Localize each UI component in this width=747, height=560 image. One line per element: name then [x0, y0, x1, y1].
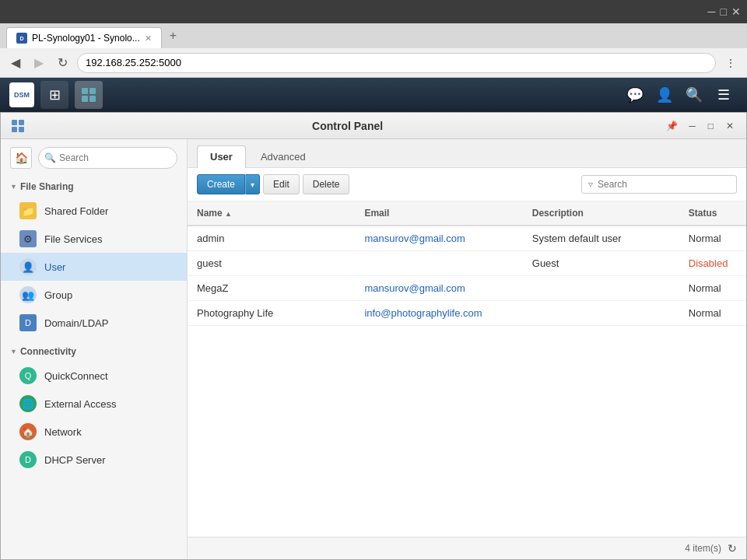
sidebar: 🏠 🔍 ▼ File Sharing: [1, 139, 188, 559]
col-description: Description: [523, 201, 679, 226]
section-label-connectivity: Connectivity: [20, 346, 76, 357]
dsm-taskbar-right: 💬 👤 🔍 ☰: [621, 81, 738, 109]
cell-status: Normal: [679, 301, 746, 326]
browser-close-btn[interactable]: ✕: [731, 5, 741, 18]
refresh-table-btn[interactable]: ↻: [728, 542, 737, 555]
dsm-control-panel-btn[interactable]: [75, 81, 103, 109]
toolbar-search: ▿: [581, 175, 737, 194]
sidebar-item-user[interactable]: 👤 User: [1, 253, 187, 281]
cell-email: mansurov@gmail.com: [355, 226, 522, 251]
svg-rect-7: [19, 127, 24, 132]
tab-favicon: D: [16, 33, 27, 44]
sidebar-search-icon: 🔍: [44, 152, 56, 163]
table-header-row: Name ▲ Email Description: [188, 201, 746, 226]
users-table: Name ▲ Email Description: [188, 201, 746, 326]
tab-advanced[interactable]: Advanced: [247, 145, 319, 167]
table-body: admin mansurov@gmail.com System default …: [188, 226, 746, 326]
window-pin-btn[interactable]: 📌: [663, 119, 681, 133]
network-label: Network: [44, 426, 82, 438]
edit-btn[interactable]: Edit: [263, 174, 300, 194]
window-title: Control Panel: [32, 120, 663, 132]
shared-folder-icon: 📁: [19, 202, 37, 219]
external-access-icon: 🌐: [19, 395, 37, 412]
window-body: 🏠 🔍 ▼ File Sharing: [1, 139, 746, 559]
dsm-app: DSM ⊞ 💬 👤 🔍 ☰: [0, 78, 747, 560]
new-tab-btn[interactable]: +: [163, 26, 183, 46]
dsm-taskbar: DSM ⊞ 💬 👤 🔍 ☰: [0, 78, 747, 112]
group-label: Group: [44, 289, 72, 301]
cell-name: admin: [188, 226, 355, 251]
domain-icon: D: [19, 314, 37, 331]
svg-rect-1: [89, 88, 96, 94]
browser-menu-btn[interactable]: ⋮: [721, 55, 741, 71]
domain-label: Domain/LDAP: [44, 317, 108, 329]
quickconnect-icon: Q: [19, 367, 37, 384]
back-btn[interactable]: ◀: [6, 54, 25, 72]
tab-user[interactable]: User: [197, 145, 246, 168]
sidebar-header: 🏠 🔍: [1, 139, 187, 177]
table-row[interactable]: admin mansurov@gmail.com System default …: [188, 226, 746, 251]
cell-name: Photography Life: [188, 301, 355, 326]
sidebar-search-input[interactable]: [38, 147, 177, 169]
sidebar-item-external-access[interactable]: 🌐 External Access: [1, 390, 187, 418]
sidebar-home-btn[interactable]: 🏠: [10, 147, 32, 169]
svg-rect-0: [82, 88, 88, 94]
sidebar-item-file-services[interactable]: ⚙ File Services: [1, 225, 187, 253]
user-icon: 👤: [19, 258, 37, 275]
sidebar-section-header-connectivity[interactable]: ▼ Connectivity: [1, 341, 187, 362]
user-label: User: [44, 261, 65, 273]
dsm-search-btn[interactable]: 🔍: [680, 81, 708, 109]
browser-minimize-btn[interactable]: ─: [708, 5, 716, 18]
toolbar-search-input[interactable]: [598, 179, 730, 190]
dsm-menu-btn[interactable]: ☰: [710, 81, 738, 109]
shared-folder-label: Shared Folder: [44, 205, 108, 217]
browser-maximize-btn[interactable]: □: [721, 5, 727, 18]
sidebar-item-shared-folder[interactable]: 📁 Shared Folder: [1, 197, 187, 225]
tab-close-icon[interactable]: ✕: [145, 33, 152, 44]
col-email: Email: [355, 201, 522, 226]
table-row[interactable]: Photography Life info@photographylife.co…: [188, 301, 746, 326]
window-minimize-btn[interactable]: ─: [684, 119, 700, 133]
sidebar-item-network[interactable]: 🏠 Network: [1, 418, 187, 446]
col-name[interactable]: Name ▲: [188, 201, 355, 226]
sidebar-item-quickconnect[interactable]: Q QuickConnect: [1, 362, 187, 390]
dsm-user-btn[interactable]: 👤: [651, 81, 679, 109]
cell-description: Guest: [523, 251, 679, 276]
dsm-chat-btn[interactable]: 💬: [621, 81, 649, 109]
window-restore-btn[interactable]: □: [703, 119, 718, 133]
group-icon: 👥: [19, 286, 37, 303]
create-btn[interactable]: Create: [197, 174, 245, 194]
network-icon: 🏠: [19, 423, 37, 440]
sidebar-section-header-file-sharing[interactable]: ▼ File Sharing: [1, 177, 187, 197]
browser-toolbar: ◀ ▶ ↻ ⋮: [0, 48, 747, 78]
sidebar-item-dhcp[interactable]: D DHCP Server: [1, 446, 187, 474]
window-close-btn[interactable]: ✕: [721, 119, 738, 133]
sidebar-section-connectivity: ▼ Connectivity Q QuickConnect 🌐 External…: [1, 337, 187, 474]
table-row[interactable]: MegaZ mansurov@gmail.com Normal: [188, 276, 746, 301]
sidebar-item-domain[interactable]: D Domain/LDAP: [1, 309, 187, 337]
forward-btn[interactable]: ▶: [30, 54, 48, 72]
browser-titlebar: ─ □ ✕: [0, 0, 747, 23]
dsm-grid-icon[interactable]: ⊞: [40, 81, 68, 109]
svg-rect-5: [19, 120, 24, 125]
sort-asc-icon: ▲: [225, 210, 232, 218]
sidebar-item-group[interactable]: 👥 Group: [1, 281, 187, 309]
delete-btn[interactable]: Delete: [303, 174, 350, 194]
browser-tab-active[interactable]: D PL-Synology01 - Synolo... ✕: [6, 27, 162, 48]
sidebar-section-file-sharing: ▼ File Sharing 📁 Shared Folder ⚙ File Se…: [1, 177, 187, 253]
window-icon: [9, 117, 27, 135]
dsm-logo: DSM: [9, 82, 34, 107]
file-services-label: File Services: [44, 233, 102, 245]
create-btn-group: Create ▾: [197, 174, 260, 194]
address-bar[interactable]: [77, 53, 716, 73]
cell-status: Disabled: [679, 251, 746, 276]
refresh-btn[interactable]: ↻: [53, 54, 72, 72]
window-container: Control Panel 📌 ─ □ ✕ 🏠 🔍: [0, 112, 747, 560]
cell-description: [523, 276, 679, 301]
content-footer: 4 item(s) ↻: [188, 537, 746, 559]
svg-rect-3: [89, 96, 96, 102]
table-row[interactable]: guest Guest Disabled: [188, 251, 746, 276]
cell-name: guest: [188, 251, 355, 276]
create-dropdown-btn[interactable]: ▾: [245, 174, 260, 194]
quickconnect-label: QuickConnect: [44, 370, 108, 382]
